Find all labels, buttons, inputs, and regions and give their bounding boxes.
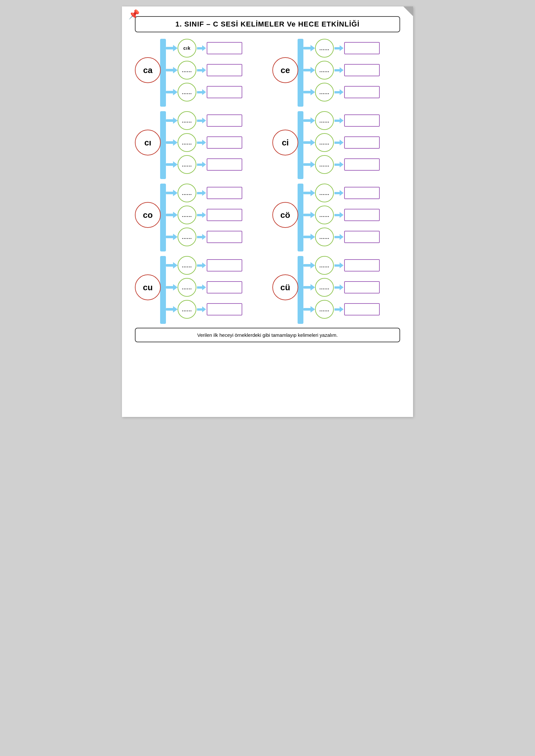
connector-ce: .................. xyxy=(297,39,380,101)
connector-ca: cık............ xyxy=(160,39,242,101)
write-box-ci_upper-2 xyxy=(207,158,242,171)
section-co: co.................. xyxy=(135,184,263,246)
row-ci_upper-0: ...... xyxy=(166,111,242,130)
small-circle-ci_lower-2: ...... xyxy=(315,155,334,174)
write-box-co_umlaut-1 xyxy=(344,209,380,221)
pin-icon: 📌 xyxy=(128,9,140,20)
row-ci_lower-2: ...... xyxy=(303,155,380,174)
write-box-co_umlaut-0 xyxy=(344,187,380,199)
small-circle-ci_upper-1: ...... xyxy=(178,133,196,152)
small-circle-ci_lower-0: ...... xyxy=(315,111,334,130)
rows-co: .................. xyxy=(166,184,242,246)
rows-ci_lower: .................. xyxy=(303,111,380,174)
connector-cu: .................. xyxy=(160,256,242,319)
rows-cu_umlaut: .................. xyxy=(303,256,380,319)
vertical-bar-cu_umlaut xyxy=(297,256,303,324)
row-ca-2: ...... xyxy=(166,83,242,101)
vertical-bar-co xyxy=(160,184,166,252)
small-circle-ci_upper-0: ...... xyxy=(178,111,196,130)
section-ca: cacık............ xyxy=(135,39,263,101)
write-box-ca-1 xyxy=(207,64,242,76)
small-circle-cu-1: ...... xyxy=(178,278,196,297)
vertical-bar-cu xyxy=(160,256,166,324)
rows-cu: .................. xyxy=(166,256,242,319)
write-box-cu-1 xyxy=(207,281,242,293)
row-ca-0: cık xyxy=(166,39,242,58)
row-co-1: ...... xyxy=(166,205,242,224)
connector-co_umlaut: .................. xyxy=(297,184,380,246)
write-box-ci_lower-0 xyxy=(344,114,380,127)
small-circle-cu_umlaut-0: ...... xyxy=(315,256,334,275)
write-box-cu_umlaut-1 xyxy=(344,281,380,293)
row-cu-0: ...... xyxy=(166,256,242,275)
row-co-2: ...... xyxy=(166,228,242,246)
small-circle-co-2: ...... xyxy=(178,228,196,246)
row-cu_umlaut-1: ...... xyxy=(303,278,380,297)
vertical-bar-co_umlaut xyxy=(297,184,303,252)
small-circle-ce-0: ...... xyxy=(315,39,334,58)
page: 📌 1. SINIF – C SESİ KELİMELER Ve HECE ET… xyxy=(122,7,413,417)
write-box-ce-2 xyxy=(344,86,380,98)
small-circle-cu-0: ...... xyxy=(178,256,196,275)
rows-ca: cık............ xyxy=(166,39,242,101)
write-box-co-1 xyxy=(207,209,242,221)
small-circle-cu-2: ...... xyxy=(178,300,196,319)
small-circle-cu_umlaut-1: ...... xyxy=(315,278,334,297)
write-box-ca-2 xyxy=(207,86,242,98)
small-circle-ci_upper-2: ...... xyxy=(178,155,196,174)
write-box-cu_umlaut-0 xyxy=(344,259,380,272)
bottom-note: Verilen ilk heceyi örneklerdeki gibi tam… xyxy=(135,328,400,342)
row-ci_lower-0: ...... xyxy=(303,111,380,130)
row-co_umlaut-1: ...... xyxy=(303,205,380,224)
fold-corner xyxy=(403,7,413,16)
section-cu: cu.................. xyxy=(135,256,263,319)
row-ci_lower-1: ...... xyxy=(303,133,380,152)
small-circle-co-0: ...... xyxy=(178,184,196,202)
row-ci_upper-2: ...... xyxy=(166,155,242,174)
write-box-cu_umlaut-2 xyxy=(344,303,380,315)
vertical-bar-ca xyxy=(160,39,166,107)
row-ce-1: ...... xyxy=(303,61,380,79)
row-co_umlaut-0: ...... xyxy=(303,184,380,202)
write-box-co-2 xyxy=(207,231,242,243)
write-box-ce-0 xyxy=(344,42,380,54)
main-circle-ce: ce xyxy=(272,57,298,83)
write-box-ci_lower-1 xyxy=(344,136,380,149)
connector-ci_lower: .................. xyxy=(297,111,380,174)
write-box-ci_upper-1 xyxy=(207,136,242,149)
row-co-0: ...... xyxy=(166,184,242,202)
connector-co: .................. xyxy=(160,184,242,246)
small-circle-ce-1: ...... xyxy=(315,61,334,79)
write-box-co_umlaut-2 xyxy=(344,231,380,243)
section-ci_upper: cı.................. xyxy=(135,111,263,174)
small-circle-ci_lower-1: ...... xyxy=(315,133,334,152)
small-circle-ca-1: ...... xyxy=(178,61,196,79)
write-box-co-0 xyxy=(207,187,242,199)
row-ce-0: ...... xyxy=(303,39,380,58)
connector-ci_upper: .................. xyxy=(160,111,242,174)
write-box-ci_upper-0 xyxy=(207,114,242,127)
small-circle-co_umlaut-2: ...... xyxy=(315,228,334,246)
write-box-ca-0 xyxy=(207,42,242,54)
write-box-cu-0 xyxy=(207,259,242,272)
row-cu_umlaut-2: ...... xyxy=(303,300,380,319)
sections-grid: cacık............ce..................cı.… xyxy=(135,39,400,322)
main-circle-ci_upper: cı xyxy=(135,130,161,155)
row-cu-1: ...... xyxy=(166,278,242,297)
connector-cu_umlaut: .................. xyxy=(297,256,380,319)
section-ce: ce.................. xyxy=(272,39,400,101)
section-cu_umlaut: cü.................. xyxy=(272,256,400,319)
small-circle-ce-2: ...... xyxy=(315,83,334,101)
section-ci_lower: ci.................. xyxy=(272,111,400,174)
write-box-ce-1 xyxy=(344,64,380,76)
main-circle-cu: cu xyxy=(135,274,161,300)
vertical-bar-ci_upper xyxy=(160,111,166,179)
row-ca-1: ...... xyxy=(166,61,242,79)
page-title: 1. SINIF – C SESİ KELİMELER Ve HECE ETKİ… xyxy=(135,16,400,32)
rows-ce: .................. xyxy=(303,39,380,101)
main-circle-cu_umlaut: cü xyxy=(272,274,298,300)
small-circle-ca-2: ...... xyxy=(178,83,196,101)
write-box-cu-2 xyxy=(207,303,242,315)
main-circle-co_umlaut: cö xyxy=(272,202,298,228)
section-co_umlaut: cö.................. xyxy=(272,184,400,246)
